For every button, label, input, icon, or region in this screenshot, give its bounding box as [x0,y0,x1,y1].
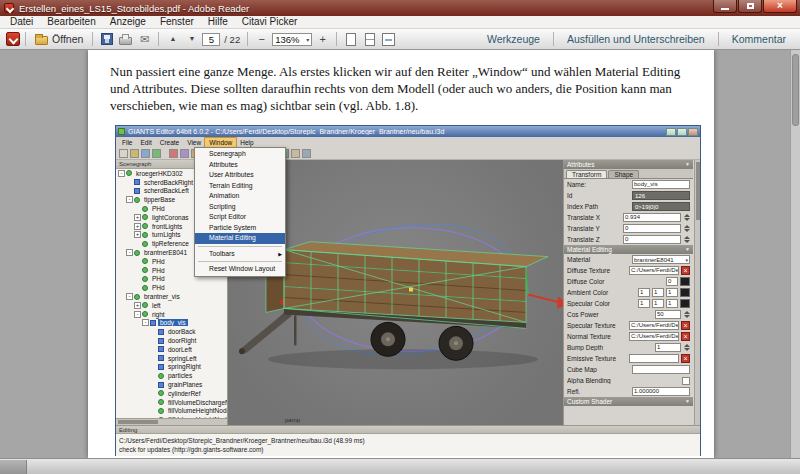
tree-item-fillvolumedischargenodes[interactable]: fillVolumeDischargeNodes [116,398,227,407]
window-menu-terrain-editing[interactable]: Terrain Editing [195,181,285,192]
zoom-in-button[interactable]: + [314,31,331,48]
tree-expander-icon[interactable]: + [134,302,141,309]
translate-z-input[interactable]: 0 [623,235,681,244]
tree-expander-icon[interactable]: + [134,223,141,230]
editor-menu-view[interactable]: View [183,138,205,147]
editor-menu-create[interactable]: Create [156,138,184,147]
alpha-blending-checkbox[interactable] [682,377,690,385]
custom-shader-header[interactable]: Custom Shader ▼ [564,397,693,406]
name-input[interactable]: body_vis [632,180,690,189]
editor-menu-file[interactable]: File [118,138,136,147]
editor-tool-icon-4[interactable] [169,149,178,158]
stepper-icon[interactable] [683,235,690,244]
editor-menu-edit[interactable]: Edit [136,138,155,147]
diffuse-texture-input[interactable]: C:/Users/Ferdi/Des... [629,266,679,275]
tree-item-springright[interactable]: springRight [116,363,227,372]
specular-color-input-0[interactable]: 1 [638,299,650,308]
window-menu-scripting[interactable]: Scripting [195,202,285,213]
specular-texture-input[interactable]: C:/Users/Ferdi/Des... [629,321,679,330]
specular-color-input-1[interactable]: 1 [652,299,664,308]
tab-shape[interactable]: Shape [608,170,639,178]
tree-item-fillvolumeheightnodesleft[interactable]: fillVolumeHeightNodesLeft [116,407,227,416]
zoom-out-button[interactable]: − [253,31,270,48]
translate-x-input[interactable]: 0.934 [623,213,681,222]
stepper-icon[interactable] [683,310,690,319]
attributes-scrollbar[interactable] [694,160,700,425]
tools-pane-button[interactable]: Werkzeuge [479,31,548,48]
specular-color-swatch[interactable] [680,299,690,308]
tree-expander-icon[interactable]: - [134,311,141,318]
tree-item-springleft[interactable]: springLeft [116,354,227,363]
close-button[interactable]: × [763,0,797,13]
stepper-icon[interactable] [683,224,690,233]
stepper-icon[interactable] [683,213,690,222]
material-editing-header[interactable]: Material Editing ▼ [564,245,693,254]
editor-minimize-button[interactable] [666,128,676,136]
tree-item-phd[interactable]: PHd [116,283,227,292]
scrollbar-thumb[interactable] [792,54,799,126]
menubar-item-bearbeiten[interactable]: Bearbeiten [40,16,102,28]
taskbar[interactable] [0,458,800,474]
diffuse-color-input[interactable]: 0 [666,277,678,286]
scrollbar-thumb[interactable] [118,420,158,424]
window-menu-reset-window-layout[interactable]: Reset Window Layout [195,264,285,275]
editor-tool-icon-14[interactable] [291,149,300,158]
editor-tool-icon-15[interactable] [302,149,311,158]
window-menu-user-attributes[interactable]: User Attributes [195,170,285,181]
email-button[interactable]: ✉ [136,31,153,48]
comment-pane-button[interactable]: Kommentar [724,31,794,48]
tree-expander-icon[interactable]: + [134,214,141,221]
save-button[interactable] [98,31,115,48]
tree-item-cylinderref[interactable]: cylinderRef [116,389,227,398]
tree-expander-icon[interactable]: - [126,293,133,300]
tree-item-right[interactable]: -right [116,310,227,319]
ambient-color-swatch[interactable] [680,288,690,297]
menubar-item-datei[interactable]: Datei [3,16,40,28]
editor-tool-icon-1[interactable] [130,149,139,158]
window-titlebar[interactable]: Erstellen_eines_LS15_Storebildes.pdf - A… [0,0,800,16]
window-menu-scenegraph[interactable]: Scenegraph [195,149,285,160]
tree-expander-icon[interactable]: - [126,196,133,203]
normal-texture-remove-button[interactable]: × [681,332,690,341]
ambient-color-input-1[interactable]: 1 [652,288,664,297]
scrollbar-thumb[interactable] [696,162,700,220]
taskbar-button[interactable] [0,460,27,474]
diffuse-texture-remove-button[interactable]: × [681,266,690,275]
fit-width-view-button[interactable] [380,31,397,48]
menubar-item-citavi-picker[interactable]: Citavi Picker [235,16,305,28]
bump-depth-input[interactable]: 1 [655,343,681,352]
page-number-input[interactable]: 5 [202,33,220,46]
editor-tool-icon-0[interactable] [119,149,128,158]
editor-tool-icon-2[interactable] [141,149,150,158]
tree-item-grainplanes[interactable]: grainPlanes [116,380,227,389]
window-menu-animation[interactable]: Animation [195,191,285,202]
window-menu-attributes[interactable]: Attributes [195,160,285,171]
diffuse-color-swatch[interactable] [680,277,690,286]
cube-map-input[interactable] [632,365,690,374]
window-menu-script-editor[interactable]: Script Editor [195,212,285,223]
zoom-level-select[interactable]: 136% ▾ [272,33,312,46]
cos-power-input[interactable]: 50 [655,310,681,319]
tree-item-doorback[interactable]: doorBack [116,327,227,336]
refl-input[interactable]: 1.000000 [632,387,690,396]
single-page-view-button[interactable] [342,31,359,48]
tree-item-left[interactable]: +left [116,301,227,310]
menubar-item-anzeige[interactable]: Anzeige [103,16,153,28]
tree-expander-icon[interactable]: - [126,249,133,256]
tree-item-doorright[interactable]: doorRight [116,336,227,345]
tab-transform[interactable]: Transform [566,170,607,178]
specular-texture-remove-button[interactable]: × [681,321,690,330]
editor-menu-help[interactable]: Help [236,138,257,147]
stepper-icon[interactable] [683,343,690,352]
material-select[interactable]: brantnerE8041▾ [632,255,690,264]
emissive-texture-remove-button[interactable]: × [681,354,690,363]
maximize-button[interactable] [738,0,762,13]
window-menu-particle-system[interactable]: Particle System [195,223,285,234]
tree-item-doorleft[interactable]: doorLeft [116,345,227,354]
open-button[interactable]: Öffnen [31,31,87,48]
editor-tool-icon-5[interactable] [180,149,189,158]
window-menu-toolbars[interactable]: Toolbars▶ [195,249,285,260]
tree-item-brantner-vis[interactable]: -brantner_vis [116,292,227,301]
tree-expander-icon[interactable]: - [118,170,125,177]
specular-color-input-2[interactable]: 1 [666,299,678,308]
